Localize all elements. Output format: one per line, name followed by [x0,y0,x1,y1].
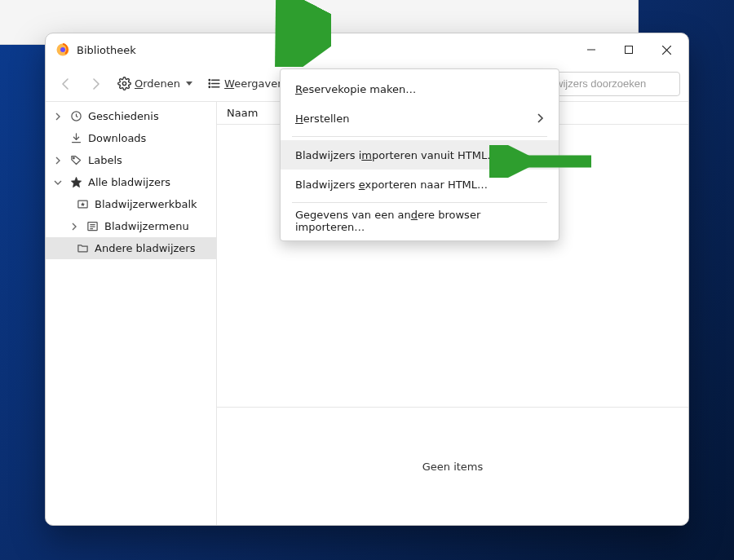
chevron-down-icon [52,179,64,187]
download-icon [69,132,83,144]
chevron-down-icon [186,82,192,86]
svg-point-11 [209,83,210,84]
back-button[interactable] [54,73,78,95]
tree-label: Geschiedenis [88,110,159,122]
menu-item-backup[interactable]: Reservekopie maken… [281,74,559,104]
menu-label: Bladwijzers exporteren naar HTML… [295,179,488,191]
tree-item-all-bookmarks[interactable]: Alle bladwijzers [46,171,216,193]
tag-icon [69,154,83,166]
svg-point-12 [209,86,210,87]
folder-icon [75,242,90,254]
column-header-name[interactable]: Naam [217,107,268,119]
app-icon [55,42,70,57]
empty-label: Geen items [422,461,484,473]
svg-point-1 [60,47,65,52]
menu-item-import-html[interactable]: Bladwijzers importeren vanuit HTML… [281,140,559,170]
tree-label: Downloads [88,132,146,144]
menu-separator [292,136,547,137]
chevron-right-icon [52,157,64,165]
tree-item-history[interactable]: Geschiedenis [46,105,216,127]
minimize-button[interactable] [573,37,610,63]
views-label: Weergaven [224,77,284,90]
tree-label: Bladwijzerwerkbalk [95,198,197,210]
chevron-right-icon [69,223,80,231]
svg-marker-19 [81,202,85,206]
organize-label: Ordenen [135,77,180,90]
menu-item-restore[interactable]: Herstellen [281,104,559,133]
tree-item-bookmarks-menu[interactable]: Bladwijzermenu [46,215,216,237]
tree-item-downloads[interactable]: Downloads [46,127,216,149]
maximize-button[interactable] [610,37,648,63]
menu-label: Herstellen [295,112,349,125]
sidebar: Geschiedenis Downloads Labels [46,102,217,525]
gear-icon [117,77,131,90]
tree-item-other-bookmarks[interactable]: Andere bladwijzers [46,237,216,259]
close-button[interactable] [648,37,685,63]
menu-item-export-html[interactable]: Bladwijzers exporteren naar HTML… [281,170,559,199]
organize-button[interactable]: Ordenen [113,73,197,94]
tree-label: Andere bladwijzers [95,242,195,254]
star-icon [69,176,83,188]
bookmarks-toolbar-icon [75,198,90,210]
chevron-right-icon [52,112,64,121]
menu-item-import-browser[interactable]: Gegevens van een andere browser importer… [281,206,559,236]
svg-rect-3 [626,46,633,54]
tree-label: Bladwijzermenu [104,220,189,232]
tree-item-bookmarks-toolbar[interactable]: Bladwijzerwerkbalk [46,193,216,215]
tree-label: Alle bladwijzers [88,176,170,188]
clock-icon [69,110,83,122]
import-backup-menu: Reservekopie maken… Herstellen Bladwijze… [280,68,559,241]
list-icon [207,77,221,90]
chevron-right-icon [536,113,544,123]
menu-separator [292,202,547,203]
menu-label: Gegevens van een andere browser importer… [295,209,544,233]
svg-point-6 [122,82,126,85]
svg-point-10 [209,80,210,81]
menu-label: Bladwijzers importeren vanuit HTML… [295,149,497,161]
menu-label: Reservekopie maken… [295,83,416,95]
details-pane: Geen items [217,407,688,525]
tree-item-tags[interactable]: Labels [46,149,216,171]
forward-button[interactable] [83,73,108,95]
svg-marker-17 [71,177,82,187]
bookmarks-menu-icon [85,220,99,232]
tree-label: Labels [88,154,122,166]
window-title: Bibliotheek [77,44,136,56]
svg-point-16 [73,157,74,159]
titlebar: Bibliotheek [46,33,688,66]
